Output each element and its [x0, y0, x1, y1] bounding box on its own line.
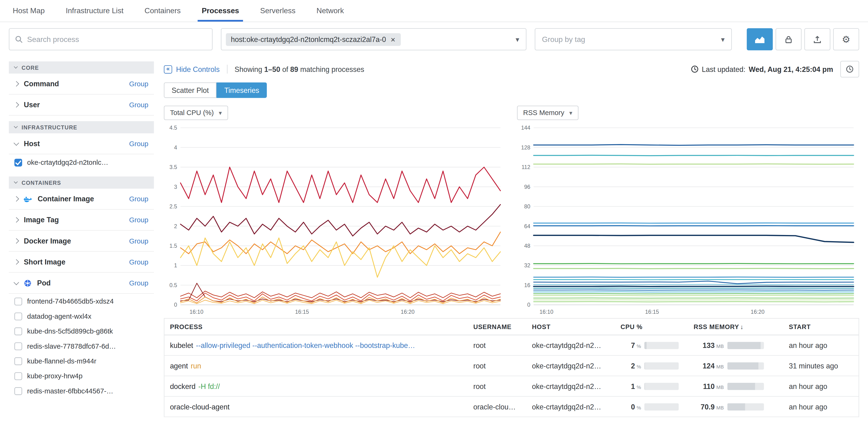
chevron-right-icon — [14, 259, 19, 265]
group-by-host-link[interactable]: Group — [129, 140, 149, 148]
checkbox-unchecked-icon[interactable] — [14, 387, 22, 395]
group-by-container-image-link[interactable]: Group — [129, 195, 149, 203]
svg-text:1.5: 1.5 — [169, 243, 177, 249]
column-header-username[interactable]: USERNAME — [469, 323, 528, 330]
chevron-down-icon — [569, 109, 572, 117]
checkbox-checked-icon[interactable] — [14, 159, 22, 167]
pod-checkbox-row[interactable]: redis-master-6fbbc44567-… — [9, 383, 154, 398]
process-cell: kubelet --allow-privileged --authenticat… — [164, 341, 469, 349]
timeseries-tab[interactable]: Timeseries — [217, 83, 267, 98]
process-table-row[interactable]: kubelet --allow-privileged --authenticat… — [164, 335, 859, 356]
sidebar-item-docker-image[interactable]: Docker Image Group — [9, 231, 154, 252]
group-by-image-tag-link[interactable]: Group — [129, 216, 149, 224]
cpu-cell: 2 % — [616, 362, 689, 370]
memory-cell: 124 MB — [689, 362, 784, 370]
filter-tag-chip[interactable]: host:oke-crtaytdgq2d-n2tonlcmq2t-sczazi2… — [226, 33, 401, 46]
group-by-short-image-link[interactable]: Group — [129, 258, 149, 266]
export-button[interactable] — [804, 28, 830, 51]
svg-text:48: 48 — [524, 243, 530, 249]
svg-text:3: 3 — [174, 184, 177, 190]
filters-sidebar: CORE Command Group User Group INFRASTRUC… — [9, 62, 154, 417]
cpu-cell: 7 % — [616, 341, 689, 349]
svg-text:16:20: 16:20 — [401, 309, 415, 315]
host-filter-checkbox-row[interactable]: oke-crtaytdgq2d-n2tonlc… — [9, 154, 154, 171]
pod-checkbox-row[interactable]: redis-slave-77878dfc67-6d… — [9, 338, 154, 353]
tab-host-map[interactable]: Host Map — [2, 0, 55, 22]
column-header-host[interactable]: HOST — [528, 323, 616, 330]
cpu-timeseries-chart[interactable]: 00.511.522.533.544.516:1016:1516:20 — [164, 123, 503, 317]
checkbox-unchecked-icon[interactable] — [14, 312, 22, 320]
settings-button[interactable] — [833, 28, 859, 51]
memory-cell: 133 MB — [689, 341, 784, 349]
timeseries-view-button[interactable] — [747, 28, 773, 51]
cpu-cell: 1 % — [616, 382, 689, 390]
group-by-command-link[interactable]: Group — [129, 80, 149, 88]
process-table-row[interactable]: dockerd -H fd:// root oke-crtaytdgq2d-n2… — [164, 376, 859, 397]
host-filter-combobox[interactable]: host:oke-crtaytdgq2d-n2tonlcmq2t-sczazi2… — [221, 28, 526, 51]
column-header-process[interactable]: PROCESS — [164, 323, 469, 330]
sidebar-item-user[interactable]: User Group — [9, 95, 154, 116]
column-header-start[interactable]: START — [784, 323, 859, 330]
pod-checkbox-row[interactable]: datadog-agent-wxl4x — [9, 309, 154, 324]
sidebar-item-pod[interactable]: Pod Group — [9, 273, 154, 294]
sidebar-item-host[interactable]: Host Group — [9, 133, 154, 154]
sidebar-section-core[interactable]: CORE — [9, 62, 154, 74]
sidebar-item-short-image[interactable]: Short Image Group — [9, 252, 154, 273]
start-cell: an hour ago — [784, 382, 859, 390]
lock-button[interactable] — [776, 28, 802, 51]
sidebar-item-container-image[interactable]: Container Image Group — [9, 189, 154, 209]
sidebar-item-image-tag[interactable]: Image Tag Group — [9, 209, 154, 230]
pod-checkbox-row[interactable]: kube-proxy-hrw4p — [9, 368, 154, 383]
tab-containers[interactable]: Containers — [134, 0, 191, 22]
search-input[interactable] — [27, 35, 207, 43]
group-by-placeholder: Group by tag — [542, 35, 585, 43]
sort-desc-icon: ↓ — [740, 323, 744, 330]
sidebar-item-command[interactable]: Command Group — [9, 73, 154, 95]
sidebar-item-label: User — [24, 101, 40, 109]
upload-icon — [813, 35, 822, 43]
pod-checkbox-row[interactable]: frontend-74b4665db5-xdsz4 — [9, 294, 154, 309]
pod-checkbox-row[interactable]: kube-dns-5cf5d899cb-g86tk — [9, 324, 154, 338]
process-table-row[interactable]: agent run root oke-crtaytdgq2d-n2… 2 % 1… — [164, 356, 859, 376]
memory-bar — [727, 403, 764, 411]
column-header-cpu[interactable]: CPU % — [616, 323, 689, 330]
pod-checkbox-row[interactable]: kube-flannel-ds-m944r — [9, 354, 154, 368]
chevron-down-icon — [14, 140, 19, 145]
charts-row: Total CPU (%) 00.511.522.533.544.516:101… — [164, 106, 859, 317]
history-button[interactable] — [840, 61, 859, 77]
checkbox-unchecked-icon[interactable] — [14, 372, 22, 380]
toolbar: host:oke-crtaytdgq2d-n2tonlcmq2t-sczazi2… — [0, 22, 868, 57]
start-cell: an hour ago — [784, 341, 859, 349]
cpu-bar — [644, 383, 679, 390]
checkbox-unchecked-icon[interactable] — [14, 327, 22, 335]
sidebar-section-infrastructure[interactable]: INFRASTRUCTURE — [9, 121, 154, 133]
scatter-plot-tab[interactable]: Scatter Plot — [164, 83, 217, 98]
column-header-rss-memory[interactable]: RSS MEMORY ↓ — [689, 323, 784, 330]
sidebar-section-containers[interactable]: CONTAINERS — [9, 176, 154, 189]
memory-timeseries-chart[interactable]: 016324864809611212814416:1016:1516:20 — [517, 123, 856, 317]
group-by-tag-select[interactable]: Group by tag — [535, 28, 732, 51]
group-by-pod-link[interactable]: Group — [129, 279, 149, 287]
docker-icon — [24, 196, 32, 202]
remove-tag-icon[interactable] — [391, 35, 396, 43]
checkbox-unchecked-icon[interactable] — [14, 357, 22, 365]
host-cell: oke-crtaytdgq2d-n2… — [528, 382, 616, 390]
memory-metric-select[interactable]: RSS Memory — [517, 106, 578, 120]
hide-controls-link[interactable]: Hide Controls — [164, 65, 220, 73]
cpu-metric-select[interactable]: Total CPU (%) — [164, 106, 228, 120]
checkbox-unchecked-icon[interactable] — [14, 342, 22, 350]
tab-serverless[interactable]: Serverless — [250, 0, 306, 22]
group-by-user-link[interactable]: Group — [129, 101, 149, 109]
checkbox-unchecked-icon[interactable] — [14, 297, 22, 305]
view-action-buttons — [747, 28, 859, 51]
sidebar-item-label: Command — [24, 80, 59, 88]
chevron-down-icon — [14, 279, 19, 285]
tab-network[interactable]: Network — [306, 0, 354, 22]
process-search[interactable] — [9, 28, 213, 51]
group-by-docker-image-link[interactable]: Group — [129, 237, 149, 245]
tab-processes[interactable]: Processes — [191, 0, 250, 22]
tab-infrastructure-list[interactable]: Infrastructure List — [55, 0, 134, 22]
process-table-row[interactable]: oracle-cloud-agent oracle-clou… oke-crta… — [164, 397, 859, 417]
chevron-down-icon[interactable] — [516, 35, 519, 43]
host-cell: oke-crtaytdgq2d-n2… — [528, 402, 616, 411]
